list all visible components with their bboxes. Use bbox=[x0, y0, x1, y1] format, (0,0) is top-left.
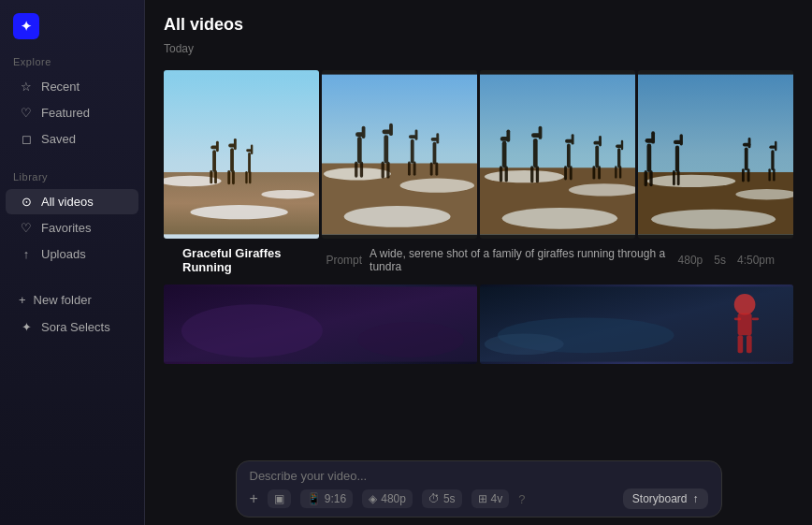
sidebar-item-recent-label: Recent bbox=[41, 80, 80, 94]
svg-point-50 bbox=[485, 170, 564, 182]
svg-rect-36 bbox=[382, 162, 384, 179]
video-thumb-5[interactable] bbox=[164, 284, 477, 364]
svg-rect-68 bbox=[595, 146, 599, 168]
storyboard-icon-btn[interactable]: ▣ bbox=[268, 489, 291, 508]
svg-rect-66 bbox=[564, 166, 567, 180]
svg-rect-41 bbox=[408, 162, 411, 176]
video-thumb-4[interactable] bbox=[638, 70, 793, 239]
help-button[interactable]: ? bbox=[518, 492, 525, 506]
sidebar-item-saved-label: Saved bbox=[41, 132, 76, 146]
svg-point-80 bbox=[646, 175, 735, 187]
sidebar-item-uploads[interactable]: ↑ Uploads bbox=[6, 241, 138, 267]
svg-point-105 bbox=[358, 322, 464, 357]
video-time: 4:50pm bbox=[737, 254, 775, 267]
sidebar-item-uploads-label: Uploads bbox=[41, 247, 86, 261]
section-date: Today bbox=[164, 42, 793, 55]
svg-rect-87 bbox=[649, 170, 652, 186]
svg-rect-112 bbox=[747, 335, 752, 353]
svg-rect-43 bbox=[433, 142, 437, 165]
prompt-bar: + ▣ 📱 9:16 ◈ 480p ⏱ 5s ⊞ 4v bbox=[236, 460, 722, 518]
video-duration: 5s bbox=[714, 254, 726, 267]
version-value: 4v bbox=[491, 492, 503, 505]
video-thumb-1[interactable] bbox=[164, 70, 319, 239]
svg-point-104 bbox=[181, 304, 323, 357]
svg-rect-97 bbox=[747, 168, 750, 182]
version-icon: ⊞ bbox=[478, 492, 487, 505]
svg-rect-17 bbox=[232, 170, 235, 184]
storyboard-button[interactable]: Storyboard ↑ bbox=[623, 489, 708, 509]
aspect-ratio-btn[interactable]: 📱 9:16 bbox=[300, 489, 353, 508]
svg-rect-73 bbox=[617, 148, 620, 168]
svg-rect-18 bbox=[248, 153, 251, 173]
new-folder-icon: + bbox=[19, 293, 26, 307]
resolution-icon: ◈ bbox=[369, 492, 377, 505]
svg-rect-63 bbox=[567, 144, 571, 168]
svg-rect-45 bbox=[436, 133, 439, 143]
svg-rect-88 bbox=[675, 146, 679, 172]
svg-rect-15 bbox=[234, 139, 237, 150]
video-thumb-6[interactable] bbox=[480, 284, 793, 364]
svg-rect-67 bbox=[570, 166, 573, 180]
svg-rect-58 bbox=[533, 139, 538, 168]
sidebar-item-saved[interactable]: ◻ Saved bbox=[6, 126, 138, 152]
svg-point-7 bbox=[190, 205, 287, 219]
main-header: All videos Today bbox=[145, 0, 812, 70]
svg-point-114 bbox=[485, 333, 564, 355]
prompt-input[interactable] bbox=[250, 469, 708, 483]
video-grid-row2 bbox=[164, 284, 793, 364]
main-content: All videos Today bbox=[145, 0, 812, 525]
svg-rect-86 bbox=[645, 170, 647, 186]
svg-rect-72 bbox=[598, 166, 601, 179]
duration-value: 5s bbox=[443, 492, 456, 505]
phone-icon: 📱 bbox=[307, 492, 321, 505]
logo-icon: ✦ bbox=[13, 13, 39, 39]
prompt-label: Prompt bbox=[326, 254, 362, 267]
svg-rect-37 bbox=[386, 162, 389, 179]
video-thumb-2[interactable] bbox=[322, 70, 477, 239]
svg-rect-30 bbox=[362, 126, 366, 139]
svg-point-52 bbox=[502, 208, 617, 229]
sidebar: ✦ Explore ☆ Recent ♡ Featured ◻ Saved Li… bbox=[0, 0, 145, 525]
storyboard-icon: ▣ bbox=[274, 492, 284, 505]
sidebar-logo[interactable]: ✦ bbox=[0, 13, 144, 56]
sidebar-item-all-videos[interactable]: ⊙ All videos bbox=[6, 189, 138, 214]
page-title: All videos bbox=[164, 15, 793, 35]
uploads-icon: ↑ bbox=[19, 247, 34, 261]
svg-rect-32 bbox=[360, 162, 363, 178]
svg-rect-20 bbox=[251, 145, 253, 154]
sidebar-item-new-folder[interactable]: + New folder bbox=[6, 287, 138, 313]
svg-rect-21 bbox=[245, 171, 247, 183]
video-thumb-3[interactable] bbox=[480, 70, 635, 239]
svg-rect-46 bbox=[430, 163, 433, 176]
favorites-icon: ♡ bbox=[19, 221, 34, 235]
svg-rect-47 bbox=[435, 163, 438, 176]
sidebar-item-favorites[interactable]: ♡ Favorites bbox=[6, 215, 138, 241]
add-button[interactable]: + bbox=[250, 490, 258, 507]
video-info-bar: Graceful Giraffes Running Prompt A wide,… bbox=[164, 239, 793, 282]
recent-icon: ☆ bbox=[19, 80, 34, 94]
svg-point-82 bbox=[651, 210, 776, 229]
svg-rect-31 bbox=[355, 162, 357, 178]
svg-rect-92 bbox=[677, 170, 680, 185]
svg-rect-76 bbox=[615, 166, 616, 178]
prompt-text: A wide, serene shot of a family of giraf… bbox=[370, 247, 666, 273]
sidebar-item-recent[interactable]: ☆ Recent bbox=[6, 74, 138, 99]
resolution-btn[interactable]: ◈ 480p bbox=[362, 489, 413, 508]
sora-selects-icon: ✦ bbox=[19, 320, 34, 334]
svg-rect-42 bbox=[413, 162, 416, 176]
svg-rect-71 bbox=[592, 166, 595, 179]
sidebar-item-all-videos-label: All videos bbox=[41, 195, 94, 209]
duration-btn[interactable]: ⏱ 5s bbox=[422, 489, 462, 508]
svg-rect-111 bbox=[738, 335, 744, 353]
svg-rect-55 bbox=[506, 129, 510, 141]
sidebar-item-sora-selects[interactable]: ✦ Sora Selects bbox=[6, 314, 138, 340]
svg-rect-16 bbox=[227, 170, 230, 184]
prompt-toolbar: + ▣ 📱 9:16 ◈ 480p ⏱ 5s ⊞ 4v bbox=[250, 489, 708, 509]
svg-rect-57 bbox=[505, 166, 508, 182]
new-folder-label: New folder bbox=[34, 293, 92, 307]
svg-rect-35 bbox=[389, 124, 393, 136]
sidebar-item-featured[interactable]: ♡ Featured bbox=[6, 100, 138, 125]
resolution-value: 480p bbox=[381, 492, 406, 505]
version-btn[interactable]: ⊞ 4v bbox=[471, 489, 510, 508]
explore-section: Explore ☆ Recent ♡ Featured ◻ Saved bbox=[0, 56, 144, 153]
